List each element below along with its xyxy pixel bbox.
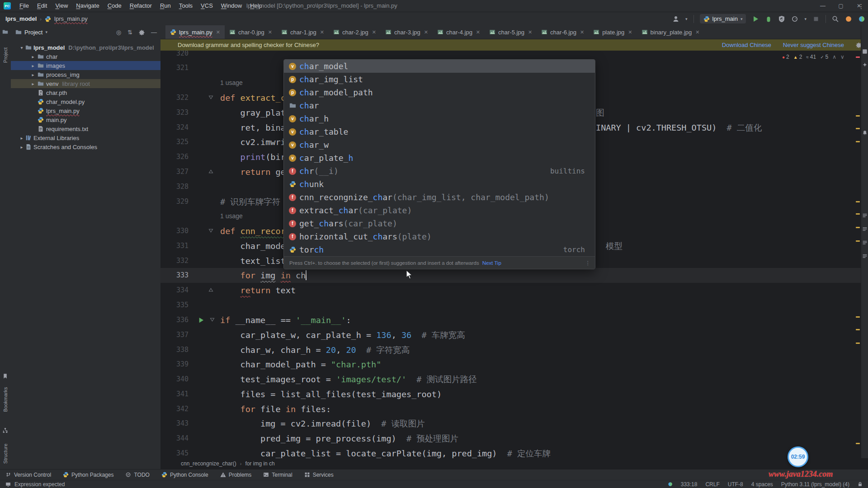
tree-item-lprs-main-py[interactable]: lprs_main.py [11,106,160,115]
tab-char-2-jpg[interactable]: char-2.jpg✕ [329,25,381,39]
completion-item-chr[interactable]: fchr(__i)builtins [284,164,595,178]
completion-item-char-table[interactable]: vchar_table [284,125,595,138]
stripe-project-icon[interactable] [2,29,8,35]
tree-item-external-libraries[interactable]: ▸External Libraries [11,133,160,142]
code-with-me-icon[interactable] [858,15,865,23]
tab-close-icon[interactable]: ✕ [628,29,632,35]
completion-item-char[interactable]: char [284,99,595,112]
panel-icon[interactable] [862,49,868,54]
next-tip-link[interactable]: Next Tip [482,260,501,266]
fold-marker-icon[interactable] [209,317,215,323]
more-tabs-icon[interactable]: ⋮ [858,3,864,10]
completion-item-torch[interactable]: torchtorch [284,243,595,256]
search-everywhere-icon[interactable] [832,15,839,23]
user-icon[interactable] [672,15,679,23]
chevron-down-icon[interactable]: ▾ [45,30,47,34]
stripe-structure-icon[interactable] [2,427,8,433]
chevron-down-icon[interactable]: ∨ [840,54,844,60]
code-line[interactable]: 335 [160,298,861,313]
code-line[interactable]: 334return text [160,283,861,298]
menu-refactor[interactable]: Refactor [126,0,156,12]
toolwindow-python-console[interactable]: Python Console [161,472,208,478]
toolwindow-todo[interactable]: TODO [125,472,149,478]
tab-close-icon[interactable]: ✕ [424,29,428,35]
usage-count-label[interactable]: 1 usage [220,75,243,90]
error-stripe-mark[interactable] [856,128,860,129]
tree-item-char-pth[interactable]: char.pth [11,88,160,97]
stripe-structure-label[interactable]: Structure [3,436,8,472]
code-line[interactable]: 338char_w, char_h = 20, 20 # 字符宽高 [160,343,861,357]
file-encoding[interactable]: UTF-8 [728,481,743,488]
run-button[interactable] [752,15,759,23]
bell-icon[interactable] [862,130,868,136]
crumb-statement[interactable]: for img in ch [245,460,274,467]
stripe-bookmarks-icon[interactable] [2,373,8,379]
maximize-icon[interactable]: ▢ [832,0,850,12]
completion-item-get-chars[interactable]: fget_chars(car_plate) [284,217,595,230]
indent-style[interactable]: 4 spaces [751,481,773,488]
line-separator[interactable]: CRLF [705,481,719,488]
code-line[interactable]: 336if __name__ == '__main__': [160,313,861,328]
menu-tools[interactable]: Tools [175,0,197,12]
chevron-down-icon[interactable]: ▾ [804,17,807,21]
tab-char-3-jpg[interactable]: char-3.jpg✕ [381,25,433,39]
menu-view[interactable]: View [51,0,72,12]
error-stripe-mark[interactable] [856,329,860,330]
locate-file-icon[interactable]: ◎ [116,29,121,36]
tab-char-5-jpg[interactable]: char-5.jpg✕ [485,25,537,39]
profiler-button[interactable] [791,15,798,23]
toolwindow-version-control[interactable]: Version Control [5,472,51,478]
fold-end-marker-icon[interactable] [208,287,214,293]
crumb-function[interactable]: cnn_recongnize_char() [181,460,236,467]
menu-file[interactable]: File [15,0,33,12]
tree-item-char[interactable]: ▸char [11,52,160,61]
stop-button[interactable] [812,15,820,23]
menu-navigate[interactable]: Navigate [72,0,103,12]
minimize-icon[interactable]: — [814,0,832,12]
error-stripe-mark[interactable] [856,240,860,242]
chevron-right-icon[interactable]: ▸ [30,72,36,77]
menu-code[interactable]: Code [104,0,126,12]
panel-settings-icon[interactable] [139,29,145,35]
caret-position[interactable]: 333:18 [681,481,698,488]
completion-item-horizontal-cut-chars[interactable]: fhorizontal_cut_chars(plate) [284,230,595,243]
menu-vcs[interactable]: VCS [197,0,217,12]
tab-char-1-jpg[interactable]: char-1.jpg✕ [277,25,329,39]
code-line[interactable]: 343img = cv2.imread(file) # 读取图片 [160,416,861,431]
error-stripe-mark[interactable] [856,227,860,228]
completion-item-char-w[interactable]: vchar_w [284,138,595,151]
tab-char-6-jpg[interactable]: char-6.jpg✕ [537,25,589,39]
code-line[interactable]: 340test_images_root = 'images/test/' # 测… [160,372,861,387]
chevron-right-icon[interactable]: ▸ [30,81,36,86]
list-icon[interactable] [862,253,868,259]
coverage-button[interactable] [778,15,785,23]
project-panel-title[interactable]: Project [24,29,42,36]
tab-close-icon[interactable]: ✕ [268,29,272,35]
tree-item-process-img[interactable]: ▸process_img [11,70,160,79]
error-stripe-mark[interactable] [856,316,860,318]
tab-lprs-main-py[interactable]: lprs_main.py✕ [165,25,225,39]
completion-item-char-model-path[interactable]: pchar_model_path [284,86,595,99]
tab-close-icon[interactable]: ✕ [216,29,220,35]
toolwindow-terminal[interactable]: Terminal [263,472,292,478]
python-interpreter[interactable]: Python 3.11 (lprs_model) (4) [781,481,849,488]
tree-item-char-model-py[interactable]: char_model.py [11,97,160,106]
tab-char-0-jpg[interactable]: char-0.jpg✕ [225,25,277,39]
error-stripe-mark[interactable] [856,56,860,58]
weak-warning-indicator[interactable]: ≈41 [806,54,816,60]
chevron-right-icon[interactable]: ▸ [19,145,24,150]
completion-item-car-plate-h[interactable]: vcar_plate_h [284,151,595,164]
tree-item-scratches-and-consoles[interactable]: ▸Scratches and Consoles [11,142,160,151]
stripe-project-label[interactable]: Project [3,37,8,73]
tree-item-main-py[interactable]: main.py [11,115,160,124]
stripe-bookmarks-label[interactable]: Bookmarks [3,381,8,418]
ok-indicator[interactable]: ✓5 [820,54,828,60]
error-stripe-mark[interactable] [856,213,860,215]
toolwindow-python-packages[interactable]: Python Packages [63,472,113,478]
debug-button[interactable] [765,15,772,23]
error-stripe-mark[interactable] [856,115,860,117]
error-stripe-mark[interactable] [856,141,860,142]
code-line[interactable]: 333for img in ch [160,268,861,283]
completion-item-char-img-list[interactable]: pchar_img_list [284,73,595,86]
tab-binary-plate-jpg[interactable]: binary_plate.jpg✕ [637,25,704,39]
